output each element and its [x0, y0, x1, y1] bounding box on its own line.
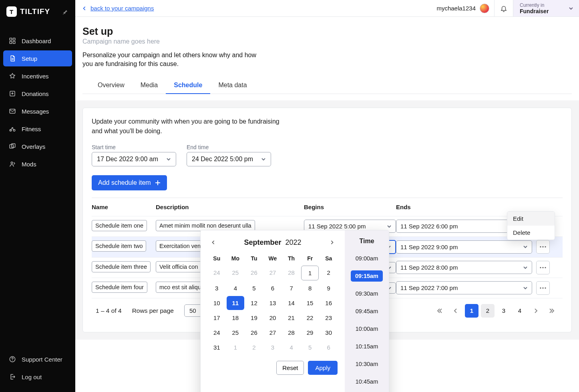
row-more-button[interactable] — [536, 281, 550, 295]
calendar-day[interactable]: 27 — [264, 326, 282, 340]
calendar-day[interactable]: 16 — [320, 296, 338, 310]
time-slot[interactable]: 09:00am — [351, 253, 383, 264]
calendar-day[interactable]: 2 — [245, 340, 263, 354]
calendar-day[interactable]: 17 — [208, 311, 226, 325]
calendar-day[interactable]: 25 — [227, 326, 245, 340]
apply-button[interactable]: Apply — [308, 361, 338, 375]
calendar-day[interactable]: 8 — [301, 281, 319, 295]
notifications-button[interactable] — [494, 0, 513, 16]
row-name[interactable]: Schedule item four — [92, 282, 147, 293]
calendar-day[interactable]: 4 — [227, 281, 245, 295]
sidebar-item-fitness[interactable]: Fitness — [3, 121, 72, 137]
calendar-day[interactable]: 29 — [301, 326, 319, 340]
calendar-day[interactable]: 6 — [264, 281, 282, 295]
calendar-day[interactable]: 2 — [320, 266, 338, 280]
page-prev[interactable] — [449, 304, 462, 318]
sidebar-item-support-center[interactable]: Support Center — [3, 351, 72, 367]
menu-item-delete[interactable]: Delete — [507, 226, 555, 240]
tab-meta-data[interactable]: Meta data — [210, 78, 255, 94]
row-name[interactable]: Schedule item one — [92, 220, 147, 231]
calendar-day[interactable]: 4 — [282, 340, 300, 354]
calendar-day[interactable]: 26 — [245, 266, 263, 280]
sidebar-item-setup[interactable]: Setup — [3, 50, 72, 66]
calendar-day[interactable]: 23 — [320, 311, 338, 325]
menu-item-edit[interactable]: Edit — [507, 212, 555, 226]
calendar-day[interactable]: 24 — [208, 326, 226, 340]
next-month-button[interactable] — [326, 237, 338, 248]
row-ends-input[interactable]: 11 Sep 2022 9:00 pm — [396, 240, 532, 254]
row-more-button[interactable] — [536, 240, 550, 254]
calendar-day[interactable]: 9 — [320, 281, 338, 295]
time-slot[interactable]: 09:45am — [351, 306, 383, 317]
calendar-day[interactable]: 3 — [264, 340, 282, 354]
svg-rect-0 — [10, 38, 12, 40]
row-ends-input[interactable]: 11 Sep 2022 8:00 pm — [396, 261, 532, 274]
end-time-input[interactable]: 24 Dec 2022 5:00 pm — [187, 152, 271, 166]
tab-media[interactable]: Media — [133, 78, 166, 94]
row-ends-input[interactable]: 11 Sep 2022 7:00 pm — [396, 281, 532, 294]
page-first[interactable] — [433, 304, 446, 318]
sidebar-item-donations[interactable]: Donations — [3, 86, 72, 102]
calendar-day[interactable]: 30 — [320, 326, 338, 340]
sidebar-item-dashboard[interactable]: Dashboard — [3, 33, 72, 49]
start-time-input[interactable]: 17 Dec 2022 9:00 am — [92, 152, 176, 166]
calendar-day[interactable]: 1 — [301, 266, 319, 280]
page-last[interactable] — [545, 304, 559, 318]
page-4[interactable]: 4 — [513, 304, 527, 318]
page-3[interactable]: 3 — [497, 304, 511, 318]
row-description[interactable]: Velit officia con — [156, 261, 201, 272]
calendar-day[interactable]: 12 — [245, 296, 263, 310]
calendar-day[interactable]: 28 — [282, 266, 300, 280]
row-name[interactable]: Schedule item two — [92, 240, 146, 252]
sidebar-item-mods[interactable]: Mods — [3, 156, 72, 172]
calendar-day[interactable]: 18 — [227, 311, 245, 325]
time-slot[interactable]: 10:15am — [351, 341, 383, 352]
calendar-day[interactable]: 10 — [208, 296, 226, 310]
calendar-day[interactable]: 19 — [245, 311, 263, 325]
context-switcher[interactable]: Currently in Fundraiser — [513, 0, 579, 16]
prev-month-button[interactable] — [208, 237, 219, 248]
calendar-day[interactable]: 15 — [301, 296, 319, 310]
row-description[interactable]: Amet minim mollit non deserunt ulla — [156, 220, 255, 231]
calendar-day[interactable]: 28 — [282, 326, 300, 340]
page-next[interactable] — [529, 304, 543, 318]
time-slot[interactable]: 10:00am — [351, 323, 383, 334]
calendar-day[interactable]: 27 — [264, 266, 282, 280]
calendar-day[interactable]: 11 — [227, 296, 245, 310]
tab-schedule[interactable]: Schedule — [166, 78, 210, 94]
time-slot[interactable]: 09:15am — [351, 270, 383, 282]
calendar-day[interactable]: 26 — [245, 326, 263, 340]
row-more-button[interactable] — [536, 261, 550, 274]
back-link[interactable]: back to your campaigns — [82, 5, 154, 12]
calendar-day[interactable]: 3 — [208, 281, 226, 295]
calendar-day[interactable]: 5 — [301, 340, 319, 354]
calendar-day[interactable]: 5 — [245, 281, 263, 295]
sidebar-item-log-out[interactable]: Log out — [3, 369, 72, 385]
sidebar-item-messages[interactable]: Messages — [3, 103, 72, 119]
calendar-day[interactable]: 24 — [208, 266, 226, 280]
calendar-day[interactable]: 6 — [320, 340, 338, 354]
sidebar-item-overlays[interactable]: Overlays — [3, 138, 72, 154]
row-name[interactable]: Schedule item three — [92, 261, 151, 272]
calendar-day[interactable]: 21 — [282, 311, 300, 325]
pin-icon[interactable] — [62, 9, 68, 15]
calendar-day[interactable]: 20 — [264, 311, 282, 325]
row-description[interactable]: mco est sit aliqu — [156, 282, 205, 293]
page-1[interactable]: 1 — [465, 304, 478, 318]
tab-overview[interactable]: Overview — [90, 78, 133, 94]
calendar-day[interactable]: 14 — [282, 296, 300, 310]
add-schedule-item-button[interactable]: Add schedule item — [92, 175, 167, 190]
calendar-day[interactable]: 13 — [264, 296, 282, 310]
calendar-day[interactable]: 25 — [227, 266, 245, 280]
time-slot[interactable]: 10:45am — [351, 376, 383, 387]
calendar-day[interactable]: 22 — [301, 311, 319, 325]
calendar-day[interactable]: 31 — [208, 340, 226, 354]
calendar-day[interactable]: 7 — [282, 281, 300, 295]
user-block[interactable]: mychaela1234 — [432, 0, 494, 16]
reset-button[interactable]: Reset — [276, 361, 304, 375]
calendar-day[interactable]: 1 — [227, 340, 245, 354]
page-2[interactable]: 2 — [481, 304, 495, 318]
time-slot[interactable]: 09:30am — [351, 288, 383, 299]
sidebar-item-incentives[interactable]: Incentives — [3, 68, 72, 84]
time-slot[interactable]: 10:30am — [351, 358, 383, 370]
